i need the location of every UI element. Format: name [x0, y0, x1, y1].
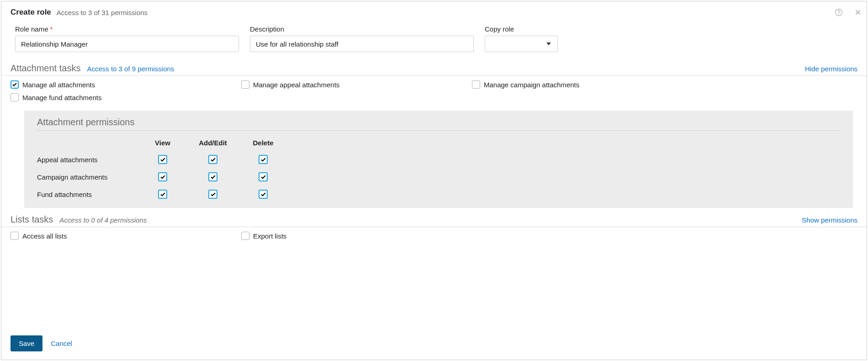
attachment-toggle-link[interactable]: Hide permissions [805, 65, 857, 73]
campaign-view-checkbox[interactable] [158, 172, 167, 181]
attachment-section-header: Attachment tasks Access to 3 of 9 permis… [1, 63, 867, 76]
attachment-checkbox-row-2: Manage fund attachments [1, 93, 867, 106]
manage-campaign-attachments[interactable]: Manage campaign attachments [472, 80, 703, 89]
access-all-lists-label: Access all lists [22, 232, 67, 240]
checkbox-checked-icon [11, 80, 19, 89]
cancel-button[interactable]: Cancel [51, 340, 72, 347]
copy-role-field: Copy role [485, 25, 558, 52]
campaign-addedit-checkbox[interactable] [208, 172, 217, 181]
appeal-view-checkbox[interactable] [158, 155, 167, 164]
manage-fund-attachments[interactable]: Manage fund attachments [11, 93, 241, 101]
manage-appeal-label: Manage appeal attachments [253, 81, 339, 89]
role-name-label: Role name [15, 25, 48, 33]
row-fund-label: Fund attachments [37, 191, 138, 198]
access-all-lists[interactable]: Access all lists [11, 232, 241, 240]
fund-delete-checkbox[interactable] [259, 190, 268, 199]
form-row: Role name* Description Copy role [1, 22, 867, 62]
attachment-checkbox-row-1: Manage all attachments Manage appeal att… [1, 80, 867, 93]
role-name-field: Role name* [15, 25, 239, 52]
description-field: Description [250, 25, 474, 52]
checkbox-unchecked-icon [11, 232, 19, 240]
manage-appeal-attachments[interactable]: Manage appeal attachments [241, 80, 472, 89]
dialog-title: Create role [11, 8, 51, 17]
fund-addedit-checkbox[interactable] [208, 190, 217, 199]
required-star: * [50, 25, 53, 33]
checkbox-unchecked-icon [472, 80, 480, 89]
lists-toggle-link[interactable]: Show permissions [802, 216, 857, 224]
description-input[interactable] [250, 36, 474, 52]
col-delete: Delete [238, 139, 288, 147]
lists-section-header: Lists tasks Access to 0 of 4 permissions… [1, 214, 867, 227]
row-campaign-label: Campaign attachments [37, 173, 138, 181]
help-icon[interactable] [835, 8, 843, 16]
create-role-dialog: Create role Access to 3 of 31 permission… [1, 1, 867, 360]
attachment-permissions-title: Attachment permissions [37, 117, 840, 131]
export-lists[interactable]: Export lists [241, 232, 472, 240]
lists-section-sub: Access to 0 of 4 permissions [59, 216, 147, 224]
lists-section-title: Lists tasks [11, 214, 53, 225]
save-button[interactable]: Save [11, 335, 42, 351]
lists-checkbox-row: Access all lists Export lists [1, 232, 867, 244]
campaign-delete-checkbox[interactable] [259, 172, 268, 181]
chevron-down-icon [546, 42, 551, 45]
checkbox-unchecked-icon [11, 93, 19, 101]
dialog-subtitle: Access to 3 of 31 permissions [57, 9, 148, 16]
attachment-permissions-panel: Attachment permissions View Add/Edit Del… [24, 111, 853, 208]
manage-all-attachments[interactable]: Manage all attachments [11, 80, 241, 89]
appeal-delete-checkbox[interactable] [259, 155, 268, 164]
checkbox-unchecked-icon [241, 232, 249, 240]
row-appeal-label: Appeal attachments [37, 156, 138, 164]
fund-view-checkbox[interactable] [158, 190, 167, 199]
svg-point-1 [839, 14, 839, 15]
manage-fund-label: Manage fund attachments [22, 94, 101, 101]
description-label: Description [250, 25, 474, 33]
dialog-footer: Save Cancel [1, 327, 867, 360]
copy-role-label: Copy role [485, 25, 558, 33]
attachment-section-sub: Access to 3 of 9 permissions [87, 65, 174, 73]
checkbox-unchecked-icon [241, 80, 249, 89]
copy-role-select[interactable] [485, 36, 558, 52]
close-icon[interactable] [854, 8, 862, 16]
attachment-permissions-table: View Add/Edit Delete Appeal attachments … [37, 139, 840, 199]
export-lists-label: Export lists [253, 232, 286, 240]
attachment-section-title: Attachment tasks [11, 63, 80, 74]
col-view: View [138, 139, 188, 147]
col-add-edit: Add/Edit [188, 139, 238, 147]
role-name-input[interactable] [15, 36, 239, 52]
dialog-header: Create role Access to 3 of 31 permission… [1, 1, 867, 22]
manage-campaign-label: Manage campaign attachments [484, 81, 579, 89]
appeal-addedit-checkbox[interactable] [208, 155, 217, 164]
manage-all-label: Manage all attachments [22, 81, 95, 89]
